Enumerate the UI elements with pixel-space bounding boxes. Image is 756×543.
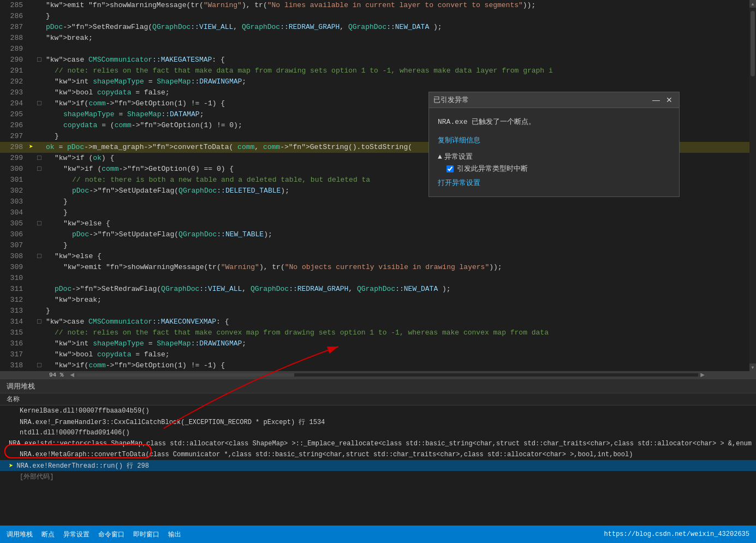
dialog-minimize-button[interactable]: — [651,94,662,105]
indent-312 [44,295,52,306]
line-arrow-303 [27,196,35,207]
line-arrow-296 [27,120,35,131]
collapse-icon-318[interactable]: □ [35,360,44,371]
toolbar-exception-settings[interactable]: 异常设置 [63,530,90,539]
section-header[interactable]: ▲ 异常设置 [438,152,670,162]
collapse-icon-304 [35,207,44,218]
collapse-icon-305[interactable]: □ [35,218,44,229]
scroll-left-arrow[interactable]: ◄ [68,371,76,379]
collapse-icon-309 [35,262,44,273]
stack-item-text-5: NRA.exe!RenderThread::run() 行 298 [16,461,148,470]
line-number-317: 317 [0,349,27,360]
code-line-311: 311pDoc->"fn">SetRedrawFlag(QGraphDoc::V… [0,284,756,295]
line-number-290: 290 [0,55,27,65]
scroll-down-arrow[interactable]: ▼ [749,363,756,371]
indent-295 [44,109,61,120]
stack-item-6[interactable]: [外部代码] [0,471,756,482]
line-content-316: "kw">int shapeMapType = ShapeMap::DRAWIN… [52,338,756,349]
stack-item-5[interactable]: ➤NRA.exe!RenderThread::run() 行 298 [0,460,756,471]
collapse-icon-315 [35,327,44,338]
line-number-293: 293 [0,87,27,98]
indent-305 [44,218,61,229]
code-line-292: 292"kw">int shapeMapType = ShapeMap::DRA… [0,76,756,87]
scroll-right-arrow[interactable]: ► [698,371,707,379]
line-arrow-318 [27,360,35,371]
collapse-icon-295 [35,109,44,120]
line-content-315: // note: relies on the fact that make co… [52,327,756,338]
copy-details-link[interactable]: 复制详细信息 [438,135,670,145]
scrollbar-track[interactable] [76,373,698,377]
stack-item-text-4: NRA.exe!MetaGraph::convertToData(class C… [20,451,633,458]
toolbar-call-stack[interactable]: 调用堆栈 [7,530,33,539]
line-number-308: 308 [0,251,27,262]
indent-297 [44,131,52,142]
checkbox-row: 引发此异常类型时中断 [438,164,670,174]
stack-item-2[interactable]: ntdll.dll!00007ffbad091406() [0,427,756,438]
open-exception-settings-link[interactable]: 打开异常设置 [438,179,480,187]
indent-316 [44,338,52,349]
code-line-287: 287pDoc->"fn">SetRedrawFlag(QGraphDoc::V… [0,22,756,33]
dialog-content: NRA.exe 已触发了一个断点。 复制详细信息 ▲ 异常设置 引发此异常类型时… [429,108,679,196]
scroll-up-arrow[interactable]: ▲ [749,0,756,8]
line-arrow-299 [27,153,35,164]
dialog-title: 已引发异常 [433,95,469,105]
line-number-305: 305 [0,218,27,229]
collapse-icon-312 [35,295,44,306]
line-number-299: 299 [0,153,27,164]
indent-301 [44,175,70,186]
code-line-304: 304} [0,207,756,218]
line-arrow-316 [27,338,35,349]
line-number-298: 298 [0,142,27,153]
collapse-icon-291 [35,65,44,76]
line-number-306: 306 [0,229,27,240]
dialog-close-button[interactable]: ✕ [664,94,675,105]
collapse-icon-290[interactable]: □ [35,55,44,65]
line-content-290: "kw">case CMSCommunicator::MAKEGATESMAP:… [44,55,756,65]
line-arrow-311 [27,284,35,295]
line-number-287: 287 [0,22,27,33]
indent-296 [44,120,61,131]
stack-item-3[interactable]: NRA.exe!std::vector<class ShapeMap,class… [0,438,756,449]
line-arrow-293 [27,87,35,98]
zoom-display: 94 % [49,372,63,378]
call-stack-panel: 调用堆栈 名称 KernelBase.dll!00007ffbaaa04b59(… [0,379,756,480]
indent-292 [44,76,52,87]
line-arrow-306 [27,229,35,240]
line-arrow-301 [27,175,35,186]
indent-302 [44,186,70,196]
stack-item-4[interactable]: NRA.exe!MetaGraph::convertToData(class C… [0,449,756,460]
editor-scrollbar[interactable]: ▲ ▼ [749,0,756,371]
line-arrow-315 [27,327,35,338]
collapse-icon-308[interactable]: □ [35,251,44,262]
collapse-icon-311 [35,284,44,295]
toolbar-breakpoints[interactable]: 断点 [41,530,55,539]
line-number-307: 307 [0,240,27,251]
break-on-exception-checkbox[interactable] [447,165,454,172]
stack-item-0[interactable]: KernelBase.dll!00007ffbaaa04b59() [0,405,756,416]
collapse-icon-307 [35,240,44,251]
line-arrow-313 [27,306,35,317]
collapse-icon-294[interactable]: □ [35,98,44,109]
scrollbar-thumb[interactable] [751,11,755,76]
code-line-317: 317"kw">bool copydata = false; [0,349,756,360]
stack-item-1[interactable]: NRA.exe!_FrameHandler3::CxxCallCatchBloc… [0,416,756,427]
indent-300 [44,164,61,175]
call-stack-column-header: 名称 [0,393,756,405]
collapse-icon-299[interactable]: □ [35,153,44,164]
collapse-icon-300[interactable]: □ [35,164,44,175]
toolbar-command-window[interactable]: 命令窗口 [98,530,124,539]
indent-291 [44,65,52,76]
call-stack-header: 调用堆栈 [0,379,756,393]
line-content-289 [44,44,756,55]
column-name-label: 名称 [7,395,20,404]
toolbar-output[interactable]: 输出 [168,530,181,539]
toolbar-immediate-window[interactable]: 即时窗口 [133,530,159,539]
stack-item-text-3: NRA.exe!std::vector<class ShapeMap,class… [9,440,756,447]
collapse-icon-296 [35,120,44,131]
line-content-307: } [61,240,756,251]
collapse-icon-314[interactable]: □ [35,317,44,327]
code-line-307: 307} [0,240,756,251]
horizontal-scrollbar[interactable]: 94 % ◄ ► [0,371,756,379]
line-arrow-298: ➤ [27,142,35,153]
line-arrow-289 [27,44,35,55]
